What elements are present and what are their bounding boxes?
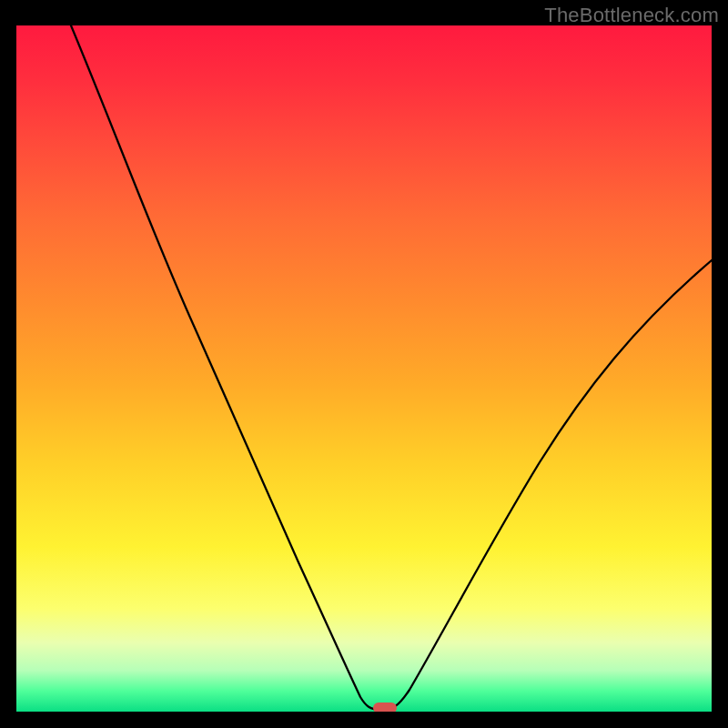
chart-frame: TheBottleneck.com line — [0, 0, 728, 728]
watermark-text: TheBottleneck.com — [544, 4, 719, 27]
chart-data-json: line — [0, 0, 1, 1]
plot-area — [16, 25, 712, 712]
background-gradient — [16, 25, 712, 712]
